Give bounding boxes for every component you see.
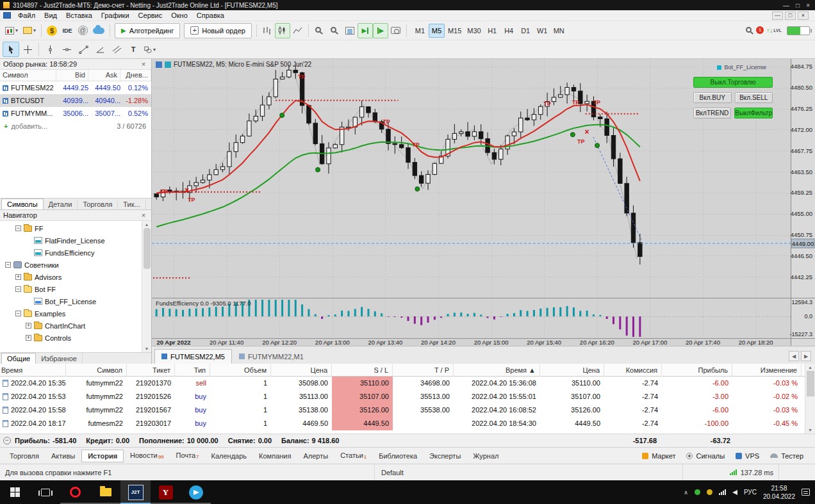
timeframe-M15[interactable]: M15	[445, 24, 464, 38]
history-scrollbar[interactable]: ▲ ▼	[805, 364, 815, 434]
tray-expand-icon[interactable]: ∧	[684, 489, 688, 496]
taskbar-opera[interactable]	[60, 480, 90, 504]
cursor-tool-button[interactable]	[3, 42, 19, 57]
add-symbol-row[interactable]: + добавить... 3 / 60726	[0, 120, 151, 133]
mw-tab-Символы[interactable]: Символы	[1, 199, 44, 209]
history-row-219201370[interactable]: 2022.04.20 15:35:...futmymm22219201370se…	[0, 377, 815, 390]
column-header-type[interactable]: Тип	[175, 364, 210, 377]
mw-column-Bid[interactable]: Bid	[56, 70, 88, 81]
taskbar-yandex[interactable]: Y	[151, 480, 181, 504]
history-row-219203017[interactable]: 2022.04.20 18:17:...futmesm22219203017bu…	[0, 417, 815, 430]
tab-Почта[interactable]: Почта7	[170, 450, 205, 462]
market-watch-row-BTCUSDT[interactable]: BTCUSDT40939...40940...-1.28%	[0, 94, 151, 107]
tab-Новости[interactable]: Новости99	[124, 450, 170, 462]
tabs-scroll-right-icon[interactable]: ▶	[801, 351, 811, 361]
tab-Активы[interactable]: Активы	[45, 450, 81, 462]
network-icon[interactable]	[719, 489, 726, 495]
expander-plus-icon[interactable]: +	[26, 323, 31, 329]
tab-Алерты[interactable]: Алерты	[297, 450, 334, 462]
horizontal-line-tool-button[interactable]	[58, 42, 75, 57]
tester-button[interactable]: Тестер	[770, 452, 803, 460]
chart-tab-futmymm22-m1[interactable]: FUTMYMM22,M1	[232, 349, 311, 364]
timeframe-M30[interactable]: M30	[465, 24, 483, 38]
mw-tab-Детали[interactable]: Детали	[44, 199, 78, 209]
column-header-profit[interactable]: Прибыль	[662, 364, 732, 377]
status-profile[interactable]: Default	[375, 464, 683, 480]
new-order-button[interactable]: +Новый ордер	[184, 23, 252, 38]
language-indicator[interactable]: РУС	[744, 489, 757, 496]
tab-Календарь[interactable]: Календарь	[206, 450, 253, 462]
speaker-icon[interactable]	[732, 490, 737, 495]
profiles-button[interactable]: ▾	[21, 23, 38, 38]
timeframe-M1[interactable]: M1	[412, 24, 428, 38]
tree-item-Советники[interactable]: −Советники	[0, 259, 142, 271]
tray-power-icon[interactable]	[707, 489, 712, 495]
tab-Статьи[interactable]: Статьи1	[334, 450, 372, 462]
history-row-219201567[interactable]: 2022.04.20 15:58:...futmymm22219201567bu…	[0, 403, 815, 417]
algotrading-button[interactable]: ▶Алготрейдинг	[115, 23, 180, 38]
zoom-in-button[interactable]	[311, 23, 327, 38]
chart-shift-button[interactable]: ▶	[373, 23, 388, 38]
timeframe-D1[interactable]: D1	[518, 24, 534, 38]
text-tool-button[interactable]: T	[125, 42, 142, 57]
nav-tab-Избранное[interactable]: Избранное	[36, 353, 83, 364]
new-chart-button[interactable]: ▾	[3, 23, 21, 38]
taskbar-j2t[interactable]: J2T	[120, 480, 151, 504]
signals-button[interactable]: Сигналы	[686, 452, 725, 460]
search-button[interactable]	[742, 23, 757, 38]
auto-scroll-button[interactable]: ▶	[358, 23, 373, 38]
market-watch-row-FUTMESM22[interactable]: FUTMESM224449.254449.500.12%	[0, 81, 151, 94]
chart-line-button[interactable]	[290, 23, 306, 38]
trend-mode-button[interactable]: ВклTREND	[693, 108, 731, 118]
enable-sell-button[interactable]: Вкл.SELL	[735, 92, 773, 103]
menu-Вставка[interactable]: Вставка	[62, 11, 97, 20]
status-connection[interactable]: 137.28 ms	[683, 464, 779, 480]
mw-column-Ask[interactable]: Ask	[88, 70, 120, 81]
taskbar-explorer[interactable]	[90, 480, 120, 504]
tab-Библиотека[interactable]: Библиотека	[373, 450, 423, 462]
column-header-commission[interactable]: Комиссия	[604, 364, 662, 377]
deposit-button[interactable]: $	[44, 23, 60, 38]
column-header-time[interactable]: Время	[0, 364, 66, 377]
column-header-symbol[interactable]: Символ	[66, 364, 127, 377]
chart-minimize-button[interactable]: —	[772, 12, 783, 20]
column-header-change[interactable]: Изменение	[732, 364, 802, 377]
taskbar-clock[interactable]: 21:58 20.04.2022	[763, 484, 795, 501]
timeframe-H4[interactable]: H4	[501, 24, 517, 38]
column-header-cprice[interactable]: Цена	[540, 364, 604, 377]
scroll-down-icon[interactable]: ▼	[808, 428, 812, 432]
column-header-sl[interactable]: S / L	[332, 364, 393, 377]
tab-Компания[interactable]: Компания	[253, 450, 297, 462]
angle-trend-tool-button[interactable]	[92, 42, 108, 57]
navigator-scrollbar[interactable]: ▲ ▼	[142, 221, 151, 352]
start-button[interactable]	[0, 480, 30, 504]
nav-tab-Общие[interactable]: Общие	[1, 353, 36, 364]
tab-История[interactable]: История	[81, 450, 124, 462]
trendline-tool-button[interactable]	[75, 42, 92, 57]
mw-tab-Тик...[interactable]: Тик...	[118, 199, 145, 209]
chart-bars-button[interactable]	[259, 23, 275, 38]
window-maximize-button[interactable]: □	[796, 2, 800, 9]
expander-minus-icon[interactable]: −	[15, 311, 21, 316]
zoom-out-button[interactable]	[327, 23, 342, 38]
scrollbar-thumb[interactable]	[807, 371, 814, 396]
task-view-button[interactable]	[30, 480, 60, 504]
tabs-scroll-left-icon[interactable]: ◀	[789, 351, 799, 361]
toggle-trading-button[interactable]: Выкл.Торговлю	[693, 77, 773, 88]
lvl-button[interactable]: ↑↓LVL	[764, 23, 784, 38]
market-button[interactable]: Маркет	[642, 452, 675, 460]
mw-tab-Торговля[interactable]: Торговля	[78, 199, 118, 209]
tile-windows-button[interactable]	[342, 23, 358, 38]
taskbar-telegram[interactable]	[181, 480, 211, 504]
chart-tab-futmesm22-m5[interactable]: FUTMESM22,M5	[154, 349, 232, 364]
tree-item-Examples[interactable]: −Examples	[0, 307, 142, 320]
scroll-up-icon[interactable]: ▲	[145, 222, 149, 227]
enable-buy-button[interactable]: Вкл.BUY	[693, 92, 732, 103]
crosshair-tool-button[interactable]	[19, 42, 36, 57]
tree-item-FF[interactable]: −FF	[0, 222, 142, 234]
timeframe-MN[interactable]: MN	[551, 24, 567, 38]
tab-Эксперты[interactable]: Эксперты	[424, 450, 466, 462]
tree-item-Bot FF[interactable]: −Bot FF	[0, 283, 142, 295]
menu-Графики[interactable]: Графики	[97, 11, 134, 20]
expander-plus-icon[interactable]: +	[26, 335, 31, 341]
